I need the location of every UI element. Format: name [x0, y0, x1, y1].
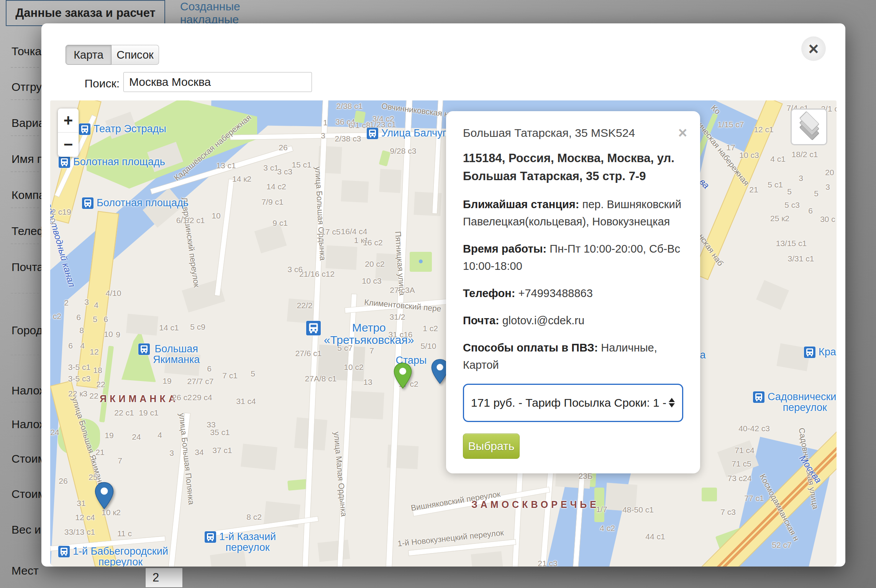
form-label: Отгруж [11, 80, 42, 94]
transit-stop: Болотная площадь [82, 197, 189, 209]
map-label: 12 [90, 347, 98, 356]
tab-created-invoices[interactable]: Созданные накладные [180, 5, 295, 21]
map-label: 1 с2 [423, 324, 438, 333]
map-label: 48-50 с1 [622, 505, 654, 514]
map-label: 4/10 [106, 289, 121, 298]
layers-button[interactable] [791, 108, 827, 145]
map-label: 27/6 с1 [295, 349, 322, 358]
popup-close-icon[interactable]: × [678, 125, 687, 140]
view-toggle-map[interactable]: Карта [66, 45, 112, 65]
map-label: 24 [50, 428, 59, 437]
form-label: Налож [11, 384, 42, 397]
form-label: Имя по [11, 153, 42, 166]
map-label: 7 с3 [720, 508, 736, 517]
map-label: 73 с24 [727, 474, 751, 483]
transit-stop: Красн [804, 347, 837, 358]
zoom-control: + − [58, 108, 79, 157]
map-label: 17 [726, 143, 735, 152]
blue-map-pin[interactable] [95, 480, 114, 512]
zoom-out-button[interactable]: − [58, 133, 79, 156]
dialog-close-button[interactable]: × [801, 36, 826, 61]
bus-icon [205, 531, 216, 543]
map-label: 5 с9 [190, 322, 205, 332]
map-label: 6 [68, 341, 73, 350]
map-label: 9/28 с3 [390, 146, 417, 156]
map-label: 12 с4 [75, 513, 95, 522]
map-label: 29 с4 [192, 393, 212, 402]
map-label: 6 [76, 313, 81, 322]
map-label: 6 [207, 364, 212, 373]
map-label: 10 [212, 211, 220, 220]
map-label: 3 [799, 174, 803, 183]
popup-address: 115184, Россия, Москва, Москва, ул.Больш… [463, 149, 683, 185]
green-map-pin[interactable] [394, 360, 412, 391]
map-label: к2 [50, 217, 56, 226]
map-label: 2/38 с1 [336, 102, 363, 111]
choose-button[interactable]: Выбрать [463, 434, 520, 459]
park [379, 150, 390, 166]
form-separator [11, 542, 39, 543]
transit-stop-label: Улица Балчуг [381, 128, 446, 138]
map-label: 4 [80, 341, 85, 350]
map-label: 10 с3 [739, 151, 759, 160]
road-yakimanka [76, 211, 119, 388]
transit-stop-label: 1-й Казачийпереулок [219, 531, 276, 553]
map-label: 3 [84, 297, 89, 307]
map-label: 71 с4 [735, 446, 754, 455]
tab-order-data[interactable]: Данные заказа и расчет [6, 0, 165, 26]
map-label: 26 с2 [172, 393, 192, 402]
map-label: 34 [195, 448, 203, 457]
map-label: 3 с6 [287, 265, 303, 274]
map-label: 14 с1 [159, 323, 179, 332]
map-label: 2 с19 [51, 207, 71, 217]
map-label: 1 [323, 118, 328, 127]
popup-phone: Телефон: +74993488863 [463, 285, 683, 302]
view-toggle-list[interactable]: Список [112, 45, 159, 65]
map-label: 14 с2 [266, 182, 286, 191]
popup-hours: Время работы: Пн-Пт 10:00-20:00, Сб-Вс 1… [463, 240, 683, 275]
map-label: 13 [363, 378, 372, 387]
map-label: 20 с2 [365, 260, 384, 269]
transit-stop-label: Красн [819, 347, 837, 357]
map-label: 26 [59, 476, 67, 486]
select-arrows-icon [669, 398, 675, 407]
bus-icon [804, 347, 815, 358]
transit-stop: Метро«Третьяковская» [306, 321, 414, 346]
bus-icon [79, 123, 90, 135]
map-label: 5 [787, 187, 792, 196]
map-canvas[interactable]: Кадашёвская набережнаяЛаврушинский переу… [50, 100, 837, 567]
map-label: 30 с [820, 215, 835, 224]
map-label: 6 [103, 315, 108, 324]
transit-stop: Болотная площадь [59, 156, 165, 168]
map-label: 3/31 с1 [788, 254, 814, 263]
form-label: Стоим [11, 488, 42, 501]
map-label: 3-5 с1 [68, 363, 90, 372]
map-label: 44 с1 [645, 532, 665, 541]
bus-icon [753, 391, 764, 403]
city-search-input[interactable]: Москва Москва [123, 72, 312, 92]
map-label: 9 с1 [272, 218, 288, 228]
pickup-point-popup: × Большая Татарская, 35 MSK524 115184, Р… [446, 111, 700, 473]
pickup-point-dialog: Карта Список Поиск: Москва Москва × [41, 23, 845, 567]
map-label: 31 с4 [236, 397, 256, 406]
form-label: Компан [11, 189, 42, 202]
form-label: Вариан [11, 117, 42, 130]
map-label: 31 [77, 499, 85, 508]
map-label: 3 с3 [277, 167, 292, 176]
map-label: 18 [93, 366, 102, 375]
map-label: 21 [749, 185, 758, 194]
map-label: 3-5 с3 [68, 374, 90, 383]
map-label: 6 [808, 206, 813, 215]
map-label: 21 с3 [538, 559, 557, 567]
form-label: Телеф [11, 225, 42, 238]
bus-icon [138, 343, 150, 355]
mest-quantity-input[interactable]: 2 [145, 567, 183, 588]
map-label: 22 [89, 391, 98, 401]
map-label: 1/7 [596, 505, 607, 514]
map-label: 24 [132, 432, 141, 442]
zoom-in-button[interactable]: + [58, 108, 79, 133]
tariff-select[interactable]: 171 руб. - Тариф Посылка Сроки: 1 - [463, 384, 683, 422]
map-label: 2 [64, 298, 69, 307]
map-label: 14 к2 [232, 174, 251, 184]
map-label: 35 с1 [210, 428, 230, 437]
